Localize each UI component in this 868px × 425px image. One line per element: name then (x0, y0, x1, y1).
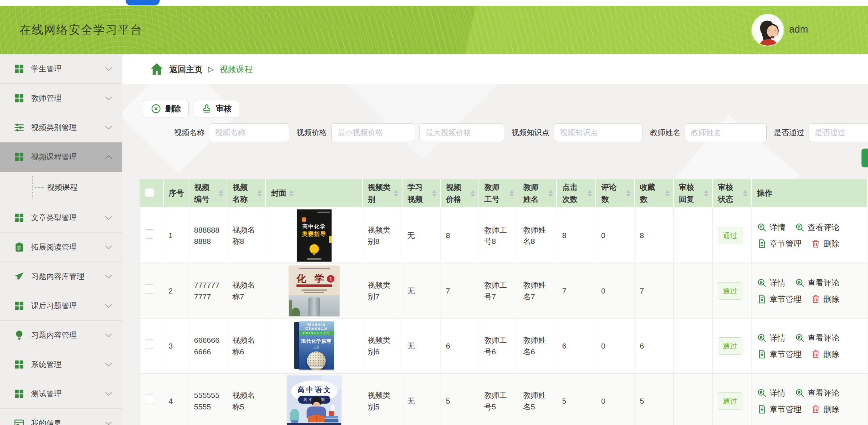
cell-favorites: 8 (635, 208, 674, 263)
cell-teacher-name: 教师姓名7 (518, 263, 557, 318)
table-header-row: 序号 视频编号 视频名称 封面 视频类别 学习视频 视频价格 教师工号 教师姓名… (140, 179, 868, 208)
chapter-mgmt-link[interactable]: 章节管理 (757, 348, 801, 360)
document-icon (757, 294, 767, 304)
trash-icon (811, 294, 821, 304)
cell-status: 通过 (712, 374, 751, 425)
cell-study-video: 无 (402, 374, 441, 425)
view-comments-link[interactable]: 查看评论 (795, 277, 839, 289)
chevron-down-icon (105, 67, 113, 71)
sort-control[interactable] (587, 190, 592, 197)
detail-link[interactable]: 详情 (757, 387, 785, 399)
knowledge-filter-input[interactable] (554, 123, 643, 142)
table-row: 1 8888888888 视频名称8 高中化学 奥赛指导 (140, 208, 868, 263)
delete-link[interactable]: 删除 (811, 403, 839, 415)
detail-link[interactable]: 详情 (757, 332, 785, 344)
cell-clicks: 7 (557, 263, 596, 318)
sort-control[interactable] (743, 190, 747, 197)
sort-control[interactable] (219, 190, 223, 197)
sidebar-item-video-category-mgmt[interactable]: 视频类别管理 (0, 113, 122, 142)
review-button[interactable]: 审核 (194, 100, 239, 117)
sort-control[interactable] (548, 190, 553, 197)
breadcrumb-home-link[interactable]: 返回主页 (169, 64, 203, 75)
sort-control[interactable] (394, 190, 398, 197)
cell-review-reply (674, 318, 713, 374)
column-header: 视频编号 (194, 182, 216, 205)
chapter-mgmt-link[interactable]: 章节管理 (757, 293, 801, 305)
delete-link[interactable]: 删除 (811, 293, 839, 305)
video-name-filter-input[interactable] (209, 123, 289, 142)
row-checkbox[interactable] (145, 284, 154, 294)
document-icon (757, 404, 767, 414)
row-checkbox[interactable] (145, 395, 154, 404)
detail-link[interactable]: 详情 (757, 277, 785, 289)
sort-control[interactable] (665, 190, 670, 197)
sidebar-item-exercise-library-mgmt[interactable]: 习题内容库管理 (0, 262, 122, 291)
magnifier-icon (757, 333, 767, 343)
trash-icon (811, 239, 821, 249)
sidebar-item-homework-mgmt[interactable]: 课后习题管理 (0, 291, 122, 321)
sort-control[interactable] (626, 190, 631, 197)
select-all-checkbox[interactable] (145, 188, 154, 197)
sidebar-item-exercise-content-mgmt[interactable]: 习题内容管理 (0, 321, 122, 350)
sort-control[interactable] (471, 190, 475, 197)
table-row: 3 6666666666 视频名称6 ModernChemical PRINCI… (140, 318, 868, 374)
sort-control[interactable] (289, 190, 294, 197)
video-cover-image: 化 学1 (289, 266, 340, 316)
chapter-mgmt-link[interactable]: 章节管理 (757, 238, 801, 250)
view-comments-link[interactable]: 查看评论 (795, 332, 839, 344)
teacher-name-filter-input[interactable] (685, 123, 767, 142)
cell-comments: 0 (596, 318, 635, 374)
cell-study-video: 无 (402, 263, 441, 318)
row-checkbox[interactable] (145, 229, 154, 239)
chapter-mgmt-link[interactable]: 章节管理 (757, 403, 801, 415)
cell-video-name: 视频名称5 (227, 374, 266, 425)
sidebar-item-system-mgmt[interactable]: 系统管理 (0, 350, 122, 379)
chevron-down-icon (105, 96, 113, 101)
cell-video-name: 视频名称6 (227, 318, 266, 374)
status-badge: 通过 (718, 392, 742, 410)
cell-price: 6 (441, 318, 479, 374)
sort-control[interactable] (704, 190, 708, 197)
cell-category: 视频类别7 (362, 263, 402, 318)
cell-teacher-name: 教师姓名5 (518, 374, 557, 425)
filter-row: 视频名称 视频价格 视频知识点 教师姓名 是否通过 (139, 123, 868, 142)
sidebar-item-teacher-mgmt[interactable]: 教师管理 (0, 84, 122, 113)
delete-link[interactable]: 删除 (811, 348, 839, 360)
chevron-down-icon (105, 125, 113, 130)
view-comments-link[interactable]: 查看评论 (795, 387, 839, 399)
delete-button[interactable]: 删除 (143, 100, 189, 117)
min-price-filter-input[interactable] (331, 123, 415, 142)
sort-control[interactable] (510, 190, 514, 197)
sidebar-item-article-type-mgmt[interactable]: 文章类型管理 (0, 203, 122, 233)
sidebar-item-label: 测试管理 (31, 389, 62, 399)
table-row: 4 5555555555 视频名称5 高中语文 高分计划 (140, 374, 868, 425)
content-area: 删除 审核 视频名称 视频价格 视频知识点 教师姓名 (122, 100, 868, 425)
sidebar-item-student-mgmt[interactable]: 学生管理 (0, 54, 122, 84)
cell-video-name: 视频名称8 (227, 208, 266, 263)
sidebar-item-test-mgmt[interactable]: 测试管理 (0, 379, 122, 409)
view-comments-link[interactable]: 查看评论 (795, 221, 839, 233)
sidebar-subitem-video-course[interactable]: 视频课程 (0, 177, 122, 198)
delete-link[interactable]: 删除 (811, 238, 839, 250)
chevron-down-icon (105, 421, 113, 425)
detail-link[interactable]: 详情 (757, 221, 785, 233)
cell-category: 视频类别6 (362, 318, 402, 374)
sidebar-item-label: 文章类型管理 (31, 213, 77, 223)
cell-price: 5 (441, 374, 479, 425)
row-checkbox[interactable] (145, 339, 154, 349)
sort-control[interactable] (257, 190, 262, 197)
video-cover-image: 高中化学 奥赛指导 (297, 209, 332, 262)
avatar[interactable] (752, 14, 783, 46)
breadcrumb-current-link[interactable]: 视频课程 (219, 64, 253, 75)
cell-status: 通过 (712, 208, 751, 263)
sidebar-item-video-course-mgmt[interactable]: 视频课程管理 (0, 142, 122, 172)
max-price-filter-input[interactable] (420, 123, 504, 142)
circle-x-icon (151, 103, 161, 114)
sidebar-item-my-info[interactable]: 我的信息 (0, 409, 122, 425)
search-button-cutoff[interactable] (861, 149, 868, 167)
sort-control[interactable] (432, 190, 437, 197)
pass-filter-input[interactable] (809, 123, 868, 142)
sidebar-item-extended-reading-mgmt[interactable]: 拓展阅读管理 (0, 233, 122, 262)
column-header: 视频名称 (232, 182, 254, 205)
status-badge: 通过 (718, 282, 742, 300)
